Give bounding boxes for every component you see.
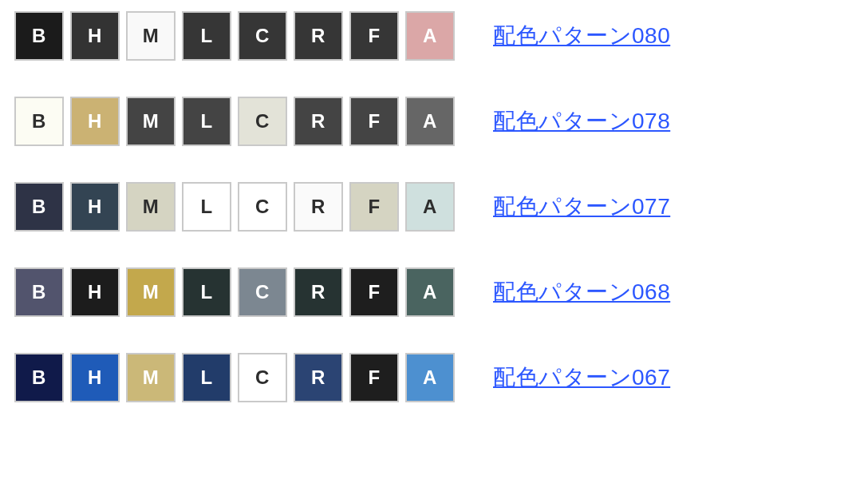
color-swatch: C — [238, 182, 287, 232]
link-column: 配色パターン078 — [493, 106, 670, 137]
pattern-link[interactable]: 配色パターン080 — [493, 23, 670, 48]
swatch-group: BHMLCRFA — [14, 11, 455, 61]
swatch-group: BHMLCRFA — [14, 267, 455, 317]
palette-list: BHMLCRFA配色パターン080BHMLCRFA配色パターン078BHMLCR… — [0, 0, 868, 414]
swatch-group: BHMLCRFA — [14, 97, 455, 146]
palette-row: BHMLCRFA配色パターン077 — [14, 182, 854, 232]
swatch-letter: B — [32, 281, 46, 303]
color-swatch: A — [405, 353, 455, 402]
link-column: 配色パターン068 — [493, 277, 670, 307]
swatch-letter: L — [200, 110, 212, 133]
color-swatch: M — [126, 267, 176, 317]
color-swatch: R — [294, 353, 343, 402]
swatch-letter: L — [200, 196, 212, 218]
color-swatch: R — [294, 182, 343, 232]
pattern-link[interactable]: 配色パターン067 — [493, 365, 670, 390]
palette-row: BHMLCRFA配色パターン067 — [14, 353, 854, 402]
link-column: 配色パターン077 — [493, 192, 670, 222]
color-swatch: B — [14, 97, 64, 146]
color-swatch: A — [405, 182, 455, 232]
swatch-letter: R — [311, 366, 326, 389]
color-swatch: L — [182, 353, 231, 402]
swatch-letter: F — [368, 110, 380, 133]
color-swatch: A — [405, 11, 455, 61]
swatch-letter: A — [423, 110, 437, 133]
swatch-letter: C — [255, 196, 270, 218]
swatch-group: BHMLCRFA — [14, 182, 455, 232]
color-swatch: F — [349, 182, 399, 232]
color-swatch: H — [70, 11, 120, 61]
swatch-letter: B — [32, 366, 46, 389]
color-swatch: F — [349, 11, 399, 61]
color-swatch: R — [294, 267, 343, 317]
swatch-letter: F — [368, 196, 380, 218]
color-swatch: F — [349, 267, 399, 317]
swatch-letter: H — [88, 110, 102, 133]
link-column: 配色パターン080 — [493, 21, 670, 51]
swatch-letter: L — [200, 25, 212, 47]
swatch-letter: C — [255, 366, 270, 389]
color-swatch: M — [126, 11, 176, 61]
swatch-group: BHMLCRFA — [14, 353, 455, 402]
color-swatch: B — [14, 267, 64, 317]
color-swatch: R — [294, 11, 343, 61]
color-swatch: H — [70, 353, 120, 402]
color-swatch: L — [182, 267, 231, 317]
color-swatch: A — [405, 97, 455, 146]
color-swatch: R — [294, 97, 343, 146]
swatch-letter: C — [255, 110, 270, 133]
swatch-letter: H — [88, 281, 102, 303]
swatch-letter: F — [368, 366, 380, 389]
swatch-letter: B — [32, 110, 46, 133]
swatch-letter: L — [200, 281, 212, 303]
color-swatch: C — [238, 267, 287, 317]
swatch-letter: A — [423, 25, 437, 47]
swatch-letter: M — [143, 110, 160, 133]
pattern-link[interactable]: 配色パターン068 — [493, 279, 670, 304]
swatch-letter: R — [311, 25, 326, 47]
color-swatch: L — [182, 182, 231, 232]
swatch-letter: A — [423, 366, 437, 389]
pattern-link[interactable]: 配色パターン078 — [493, 109, 670, 133]
color-swatch: M — [126, 97, 176, 146]
color-swatch: M — [126, 353, 176, 402]
swatch-letter: R — [311, 110, 326, 133]
swatch-letter: A — [423, 281, 437, 303]
swatch-letter: L — [200, 366, 212, 389]
palette-row: BHMLCRFA配色パターン080 — [14, 11, 854, 61]
swatch-letter: H — [88, 196, 102, 218]
pattern-link[interactable]: 配色パターン077 — [493, 194, 670, 219]
swatch-letter: H — [88, 25, 102, 47]
color-swatch: C — [238, 353, 287, 402]
swatch-letter: R — [311, 196, 326, 218]
swatch-letter: M — [143, 281, 160, 303]
swatch-letter: F — [368, 281, 380, 303]
swatch-letter: C — [255, 25, 270, 47]
swatch-letter: B — [32, 196, 46, 218]
swatch-letter: M — [143, 366, 160, 389]
swatch-letter: R — [311, 281, 326, 303]
link-column: 配色パターン067 — [493, 362, 670, 393]
color-swatch: B — [14, 11, 64, 61]
swatch-letter: H — [88, 366, 102, 389]
color-swatch: H — [70, 97, 120, 146]
color-swatch: C — [238, 11, 287, 61]
color-swatch: F — [349, 97, 399, 146]
swatch-letter: M — [143, 25, 160, 47]
color-swatch: A — [405, 267, 455, 317]
swatch-letter: C — [255, 281, 270, 303]
color-swatch: F — [349, 353, 399, 402]
color-swatch: M — [126, 182, 176, 232]
color-swatch: C — [238, 97, 287, 146]
palette-row: BHMLCRFA配色パターン068 — [14, 267, 854, 317]
color-swatch: H — [70, 267, 120, 317]
swatch-letter: F — [368, 25, 380, 47]
color-swatch: L — [182, 97, 231, 146]
swatch-letter: M — [143, 196, 160, 218]
color-swatch: H — [70, 182, 120, 232]
color-swatch: L — [182, 11, 231, 61]
color-swatch: B — [14, 353, 64, 402]
color-swatch: B — [14, 182, 64, 232]
swatch-letter: A — [423, 196, 437, 218]
swatch-letter: B — [32, 25, 46, 47]
